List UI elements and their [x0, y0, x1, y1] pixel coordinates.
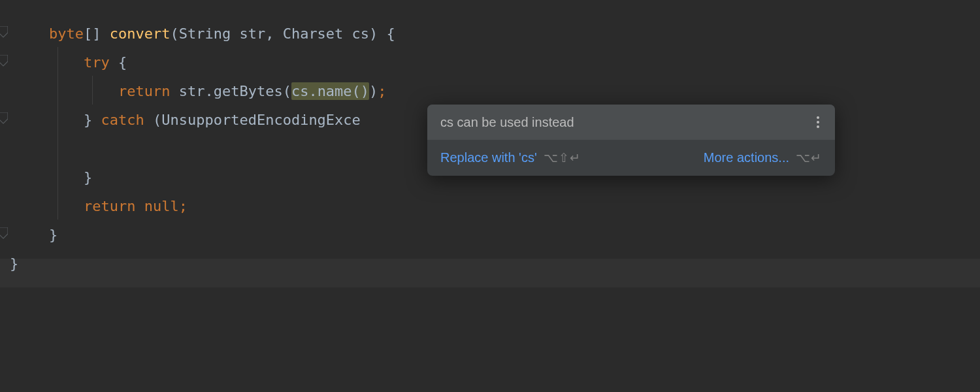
shortcut-hint: ⌥⇧↵ — [544, 150, 581, 165]
inspection-highlight[interactable]: cs.name() — [291, 82, 369, 100]
code-text: ; — [378, 83, 386, 99]
code-line[interactable]: byte[] convert(String str, Charset cs) { — [49, 20, 980, 48]
code-text: ) — [369, 83, 378, 99]
code-line[interactable]: return null; — [49, 192, 980, 221]
code-text: [] — [84, 25, 110, 42]
gutter-shield-icon — [0, 112, 7, 124]
code-text — [49, 54, 84, 71]
more-options-icon[interactable] — [814, 114, 822, 131]
keyword: byte — [49, 25, 84, 42]
code-text: str.getBytes( — [170, 83, 291, 99]
code-text: } — [49, 227, 57, 243]
code-line[interactable]: } — [10, 250, 980, 278]
gutter-shield-icon — [0, 26, 7, 38]
popup-title: cs can be used instead — [440, 115, 574, 130]
keyword: catch — [101, 112, 144, 128]
more-actions-link[interactable]: More actions... — [704, 150, 789, 165]
shortcut-hint: ⌥↵ — [796, 150, 822, 165]
popup-actions-row: Replace with 'cs' ⌥⇧↵ More actions... ⌥↵ — [427, 140, 835, 176]
intention-popup: cs can be used instead Replace with 'cs'… — [427, 105, 835, 176]
gutter-shield-icon — [0, 55, 7, 67]
code-text: } — [10, 255, 18, 272]
code-line[interactable]: try { — [49, 48, 980, 77]
code-text — [49, 83, 118, 99]
code-text: } — [49, 169, 92, 186]
code-text: (UnsupportedEncodingExce — [144, 112, 361, 128]
keyword: return null; — [84, 198, 188, 214]
gutter-shield-icon — [0, 227, 7, 239]
keyword: try — [84, 54, 110, 71]
indent-guide — [57, 47, 58, 220]
code-line[interactable]: } — [49, 221, 980, 250]
keyword: return — [118, 83, 170, 99]
method-name: convert — [110, 25, 171, 42]
indent-guide — [92, 76, 93, 105]
code-text: (String str, Charset cs) { — [170, 25, 395, 42]
replace-action[interactable]: Replace with 'cs' — [440, 150, 537, 165]
code-text: } — [49, 112, 101, 128]
code-text: { — [110, 54, 127, 71]
code-line[interactable]: return str.getBytes(cs.name()); — [49, 77, 980, 106]
popup-header: cs can be used instead — [427, 105, 835, 140]
code-text — [49, 198, 84, 214]
